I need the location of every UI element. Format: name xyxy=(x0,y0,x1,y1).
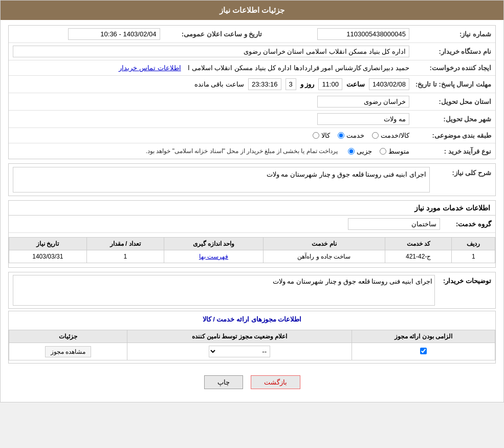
permits-table-section: الزامی بودن ارائه مجوز اعلام وضعیت مجوز … xyxy=(9,330,495,360)
col-unit: واحد اندازه گیری xyxy=(164,238,263,250)
col-row: ردیف xyxy=(452,238,495,250)
description-box-container: اجرای ابنیه فنی روستا قلعه جوق و چنار شه… xyxy=(13,167,430,193)
button-row: بازگشت چاپ xyxy=(8,368,496,397)
radio-khedmat-input[interactable] xyxy=(338,132,344,139)
buyer-org-row: نام دستگاه خریدار: اداره کل بنیاد مسکن ا… xyxy=(9,43,495,60)
services-table: ردیف کد خدمت نام خدمت واحد اندازه گیری ت… xyxy=(9,237,495,263)
services-table-section: ردیف کد خدمت نام خدمت واحد اندازه گیری ت… xyxy=(9,237,495,263)
category-label: طبقه بندی موضوعی: xyxy=(409,132,491,139)
permits-col-status: اعلام وضعیت مجوز توسط نامین کننده xyxy=(127,330,352,343)
purchase-type-radio-group: متوسط جزیی xyxy=(348,147,409,155)
response-days-box: 3 xyxy=(286,78,296,90)
col-date: تاریخ نیاز xyxy=(9,238,87,250)
requester-row: ایجاد کننده درخواست: حمید دبیرانصاری کار… xyxy=(9,60,495,76)
buyer-org-label: نام دستگاه خریدار: xyxy=(409,48,491,55)
deadline-date-time: 1403/02/08 ساعت 11:00 روز و 3 23:33:16 س… xyxy=(13,78,409,90)
radio-jozei-input[interactable] xyxy=(348,148,355,155)
category-radio-group: کالا/خدمت خدمت کالا xyxy=(13,132,409,139)
province-row: استان محل تحویل: خراسان رضوی xyxy=(9,93,495,111)
permits-table-body: -- مشاهده مجوز xyxy=(9,343,495,360)
response-time-box: 11:00 xyxy=(318,78,342,90)
city-box: مه ولات xyxy=(317,113,409,125)
purchase-type-options: متوسط جزیی پرداخت تمام یا بخشی از مبلغ خ… xyxy=(13,147,409,155)
category-options: کالا/خدمت خدمت کالا xyxy=(13,132,409,139)
radio-mutawaset-input[interactable] xyxy=(380,148,386,155)
radio-kala[interactable]: کالا xyxy=(313,132,330,139)
col-code: کد خدمت xyxy=(385,238,452,250)
page-wrapper: جزئیات اطلاعات نیاز شماره نیاز: 11030054… xyxy=(0,0,504,402)
comments-box: اجرای ابنیه فنی روستا قلعه جوق و چنار شه… xyxy=(13,275,435,306)
announce-date-box: 1403/02/04 - 10:36 xyxy=(68,28,160,40)
cell-name: ساخت جاده و راه‌آهن xyxy=(263,250,385,263)
radio-jozei[interactable]: جزیی xyxy=(348,147,372,155)
permits-details-cell: مشاهده مجوز xyxy=(9,343,127,360)
permits-status-cell: -- xyxy=(127,343,352,360)
permits-status-select[interactable]: -- xyxy=(209,346,270,357)
requester-link[interactable]: اطلاعات تماس خریدار xyxy=(119,64,181,72)
city-value: مه ولات xyxy=(13,113,409,125)
province-value: خراسان رضوی xyxy=(13,96,409,108)
cell-date: 1403/03/31 xyxy=(9,250,87,263)
radio-kala-khedmat[interactable]: کالا/خدمت xyxy=(372,132,409,139)
services-section: اطلاعات خدمات مورد نیاز گروه خدمت: ساختم… xyxy=(8,200,496,268)
buyer-org-box: اداره کل بنیاد مسکن انقلاب اسلامی استان … xyxy=(13,46,409,57)
deadline-row: مهلت ارسال پاسخ: تا تاریخ: 1403/02/08 سا… xyxy=(9,76,495,93)
description-box: اجرای ابنیه فنی روستا قلعه جوق و چنار شه… xyxy=(13,167,430,193)
city-row: شهر محل تحویل: مه ولات xyxy=(9,111,495,128)
purchase-type-row: نوع فرآیند خرید : متوسط جزیی xyxy=(9,143,495,159)
comments-inner: توضیحات خریدار: اجرای ابنیه فنی روستا قل… xyxy=(9,272,495,308)
permits-col-details: جزئیات xyxy=(9,330,127,343)
buyer-org-value: اداره کل بنیاد مسکن انقلاب اسلامی استان … xyxy=(13,46,409,57)
back-button[interactable]: بازگشت xyxy=(251,375,300,389)
radio-kala-khedmat-input[interactable] xyxy=(372,132,379,139)
description-label: شرح کلی نیاز: xyxy=(435,167,491,177)
table-row: 1 ج-42-421 ساخت جاده و راه‌آهن فهرست بها… xyxy=(9,250,495,263)
services-table-body: 1 ج-42-421 ساخت جاده و راه‌آهن فهرست بها… xyxy=(9,250,495,263)
permits-header-row: الزامی بودن ارائه مجوز اعلام وضعیت مجوز … xyxy=(9,330,495,343)
unit-link[interactable]: فهرست بها xyxy=(199,253,228,260)
cell-count: 1 xyxy=(86,250,164,263)
permits-table: الزامی بودن ارائه مجوز اعلام وضعیت مجوز … xyxy=(9,330,495,360)
cell-code: ج-42-421 xyxy=(385,250,452,263)
permits-required-cell xyxy=(352,343,495,360)
category-row: طبقه بندی موضوعی: کالا/خدمت خدمت کالا xyxy=(9,128,495,143)
permits-table-head: الزامی بودن ارائه مجوز اعلام وضعیت مجوز … xyxy=(9,330,495,343)
purchase-note: پرداخت تمام یا بخشی از مبلغ خریدار از مح… xyxy=(146,147,338,155)
cell-unit: فهرست بها xyxy=(164,250,263,263)
requester-text: حمید دبیرانصاری کارشناس امور قراردادها ا… xyxy=(188,64,409,72)
table-row: -- مشاهده مجوز xyxy=(9,343,495,360)
page-header: جزئیات اطلاعات نیاز xyxy=(1,1,503,20)
radio-khedmat[interactable]: خدمت xyxy=(338,132,364,139)
view-permit-button[interactable]: مشاهده مجوز xyxy=(45,346,91,357)
deadline-values: 1403/02/08 ساعت 11:00 روز و 3 23:33:16 س… xyxy=(13,78,409,90)
radio-mutawaset[interactable]: متوسط xyxy=(380,147,409,155)
permits-required-checkbox[interactable] xyxy=(420,348,427,354)
services-title: اطلاعات خدمات مورد نیاز xyxy=(9,201,495,216)
response-date-box: 1403/02/08 xyxy=(369,78,409,90)
description-row: شرح کلی نیاز: اجرای ابنیه فنی روستا قلعه… xyxy=(9,164,495,196)
services-table-head: ردیف کد خدمت نام خدمت واحد اندازه گیری ت… xyxy=(9,238,495,250)
print-button[interactable]: چاپ xyxy=(204,375,243,389)
service-group-label: گروه خدمت: xyxy=(440,220,491,228)
service-group-row: گروه خدمت: ساختمان xyxy=(9,216,495,233)
deadline-label: مهلت ارسال پاسخ: تا تاریخ: xyxy=(409,80,491,88)
permits-col-required: الزامی بودن ارائه مجوز xyxy=(352,330,495,343)
time-label: ساعت xyxy=(346,80,365,88)
request-number-box: 1103005438000045 xyxy=(317,28,409,40)
days-label: روز و xyxy=(300,80,315,88)
city-label: شهر محل تحویل: xyxy=(409,115,491,123)
purchase-type-label: نوع فرآیند خرید : xyxy=(409,147,491,155)
permits-section: اطلاعات مجوزهای ارائه خدمت / کالا الزامی… xyxy=(8,311,496,364)
requester-value: حمید دبیرانصاری کارشناس امور قراردادها ا… xyxy=(13,64,409,72)
request-number-label: شماره نیاز: xyxy=(409,30,491,38)
request-number-row: شماره نیاز: 1103005438000045 تاریخ و ساع… xyxy=(9,26,495,43)
services-table-header-row: ردیف کد خدمت نام خدمت واحد اندازه گیری ت… xyxy=(9,238,495,250)
page-title: جزئیات اطلاعات نیاز xyxy=(220,6,284,14)
permits-title[interactable]: اطلاعات مجوزهای ارائه خدمت / کالا xyxy=(9,311,495,327)
province-box: خراسان رضوی xyxy=(317,96,409,108)
announce-date-label: تاریخ و ساعت اعلان عمومی: xyxy=(160,30,262,38)
radio-kala-input[interactable] xyxy=(313,132,319,139)
col-name: نام خدمت xyxy=(263,238,385,250)
cell-row: 1 xyxy=(452,250,495,263)
comments-section: توضیحات خریدار: اجرای ابنیه فنی روستا قل… xyxy=(8,272,496,309)
